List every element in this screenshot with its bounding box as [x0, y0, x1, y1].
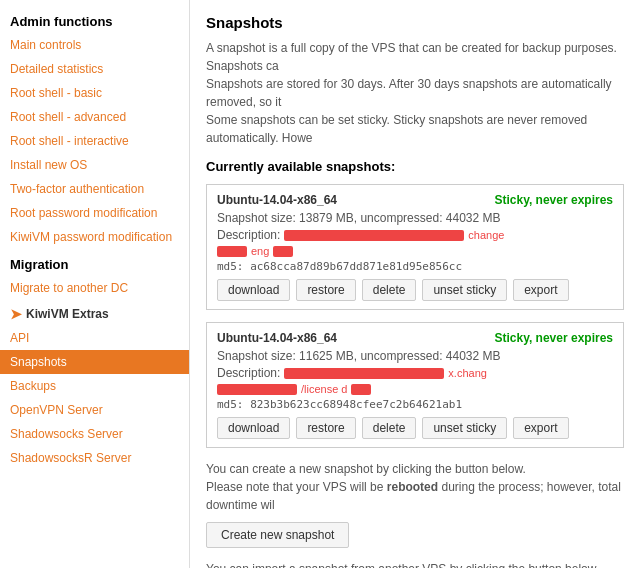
redacted-eng-1: eng — [251, 245, 269, 257]
available-snapshots-title: Currently available snapshots: — [206, 159, 624, 174]
download-btn-2[interactable]: download — [217, 417, 290, 439]
create-info: You can create a new snapshot by clickin… — [206, 460, 624, 514]
desc-line2: Snapshots are stored for 30 days. After … — [206, 77, 612, 109]
redacted-license-2: /license d — [301, 383, 347, 395]
redacted-suffix-2a: x.chang — [448, 367, 487, 379]
unset-sticky-btn-2[interactable]: unset sticky — [422, 417, 507, 439]
admin-section-title: Admin functions — [0, 8, 189, 33]
snapshot-md5-1: md5: ac68cca87d89b67dd871e81d95e856cc — [217, 260, 613, 273]
snapshot-header-2: Ubuntu-14.04-x86_64 Sticky, never expire… — [217, 331, 613, 345]
description-text: A snapshot is a full copy of the VPS tha… — [206, 39, 624, 147]
desc-line3: Some snapshots can be set sticky. Sticky… — [206, 113, 587, 145]
redacted-end-2 — [351, 384, 371, 395]
sidebar-item-root-shell-interactive[interactable]: Root shell - interactive — [0, 129, 189, 153]
snapshot-name-2: Ubuntu-14.04-x86_64 — [217, 331, 337, 345]
snapshot-name-1: Ubuntu-14.04-x86_64 — [217, 193, 337, 207]
snapshot-desc-1b: eng — [217, 245, 613, 257]
snapshot-actions-2: download restore delete unset sticky exp… — [217, 417, 613, 439]
sidebar-item-detailed-statistics[interactable]: Detailed statistics — [0, 57, 189, 81]
create-snapshot-button[interactable]: Create new snapshot — [206, 522, 349, 548]
desc-label-1: Description: — [217, 228, 280, 242]
import-info: You can import a snapshot from another V… — [206, 560, 624, 568]
delete-btn-2[interactable]: delete — [362, 417, 417, 439]
sidebar: Admin functions Main controls Detailed s… — [0, 0, 190, 568]
snapshot-card-2: Ubuntu-14.04-x86_64 Sticky, never expire… — [206, 322, 624, 448]
redacted-desc-1 — [284, 230, 464, 241]
snapshot-header-1: Ubuntu-14.04-x86_64 Sticky, never expire… — [217, 193, 613, 207]
sidebar-item-shadowsocks[interactable]: Shadowsocks Server — [0, 422, 189, 446]
redacted-pa-2 — [217, 384, 297, 395]
restore-btn-1[interactable]: restore — [296, 279, 355, 301]
sidebar-item-kiwivm-password[interactable]: KiwiVM password modification — [0, 225, 189, 249]
main-content: Snapshots A snapshot is a full copy of t… — [190, 0, 640, 568]
sidebar-item-install-new-os[interactable]: Install new OS — [0, 153, 189, 177]
snapshot-desc-2: Description: x.chang — [217, 366, 613, 380]
sidebar-item-root-shell-basic[interactable]: Root shell - basic — [0, 81, 189, 105]
export-btn-1[interactable]: export — [513, 279, 568, 301]
snapshot-actions-1: download restore delete unset sticky exp… — [217, 279, 613, 301]
delete-btn-1[interactable]: delete — [362, 279, 417, 301]
md5-label-1: md5: — [217, 260, 250, 273]
sidebar-item-shadowsocksr[interactable]: ShadowsocksR Server — [0, 446, 189, 470]
snapshot-desc-1: Description: change — [217, 228, 613, 242]
export-btn-2[interactable]: export — [513, 417, 568, 439]
sidebar-item-main-controls[interactable]: Main controls — [0, 33, 189, 57]
snapshot-size-2: Snapshot size: 11625 MB, uncompressed: 4… — [217, 349, 613, 363]
sticky-badge-1: Sticky, never expires — [494, 193, 613, 207]
redacted-pa-1 — [217, 246, 247, 257]
sticky-badge-2: Sticky, never expires — [494, 331, 613, 345]
snapshot-card-1: Ubuntu-14.04-x86_64 Sticky, never expire… — [206, 184, 624, 310]
sidebar-item-openvpn[interactable]: OpenVPN Server — [0, 398, 189, 422]
sidebar-item-snapshots[interactable]: Snapshots — [0, 350, 189, 374]
redacted-end-1 — [273, 246, 293, 257]
sidebar-item-migrate-dc[interactable]: Migrate to another DC — [0, 276, 189, 300]
snapshot-md5-2: md5: 823b3b623cc68948cfee7c2b64621ab1 — [217, 398, 613, 411]
sidebar-item-root-shell-advanced[interactable]: Root shell - advanced — [0, 105, 189, 129]
redacted-desc-2 — [284, 368, 444, 379]
redacted-suffix-1: change — [468, 229, 504, 241]
snapshot-desc-2b: /license d — [217, 383, 613, 395]
page-title: Snapshots — [206, 14, 624, 31]
extras-section-title: ➤ KiwiVM Extras — [0, 300, 189, 326]
sidebar-item-backups[interactable]: Backups — [0, 374, 189, 398]
desc-line1: A snapshot is a full copy of the VPS tha… — [206, 41, 617, 73]
md5-label-2: md5: — [217, 398, 250, 411]
migration-section-title: Migration — [0, 249, 189, 276]
sidebar-item-api[interactable]: API — [0, 326, 189, 350]
sidebar-item-two-factor[interactable]: Two-factor authentication — [0, 177, 189, 201]
desc-label-2: Description: — [217, 366, 280, 380]
arrow-icon: ➤ — [10, 306, 22, 322]
restore-btn-2[interactable]: restore — [296, 417, 355, 439]
sidebar-item-root-password[interactable]: Root password modification — [0, 201, 189, 225]
snapshot-size-1: Snapshot size: 13879 MB, uncompressed: 4… — [217, 211, 613, 225]
unset-sticky-btn-1[interactable]: unset sticky — [422, 279, 507, 301]
download-btn-1[interactable]: download — [217, 279, 290, 301]
